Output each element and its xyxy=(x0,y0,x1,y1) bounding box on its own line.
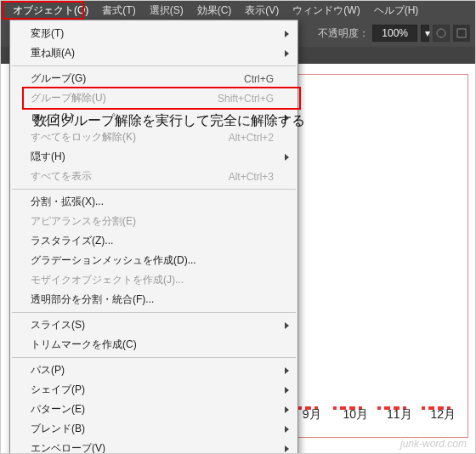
menu-separator xyxy=(12,312,296,313)
menu-item: すべてをロック解除(K)Alt+Ctrl+2 xyxy=(10,128,298,147)
style-swatch-icon[interactable] xyxy=(433,25,450,42)
menubar-item[interactable]: ウィンドウ(W) xyxy=(286,2,366,20)
menu-item-label: トリムマークを作成(C) xyxy=(31,338,137,352)
menubar: オブジェクト(O)書式(T)選択(S)効果(C)表示(V)ウィンドウ(W)ヘルプ… xyxy=(1,1,475,20)
menu-item-shortcut: Alt+Ctrl+2 xyxy=(229,132,274,144)
menubar-item[interactable]: 書式(T) xyxy=(95,2,142,20)
menu-item: アピアランスを分割(E) xyxy=(10,212,298,231)
menu-item-label: 透明部分を分割・統合(F)... xyxy=(31,292,154,307)
menu-item-label: 変形(T) xyxy=(31,26,64,41)
menu-item-label: エンベロープ(V) xyxy=(31,441,105,454)
menu-separator xyxy=(12,357,296,358)
menu-item[interactable]: ブレンド(B) xyxy=(10,419,298,439)
menu-item-label: すべてを表示 xyxy=(31,169,92,184)
x-axis-label: 12月 xyxy=(422,407,466,423)
svg-rect-1 xyxy=(457,29,466,37)
menu-item-shortcut: Ctrl+G xyxy=(244,73,274,85)
menu-item: グループ解除(U)Shift+Ctrl+G xyxy=(10,88,298,108)
menu-item[interactable]: グループ(G)Ctrl+G xyxy=(10,69,298,88)
opacity-label: 不透明度： xyxy=(318,26,369,41)
panel-toggle-icon[interactable] xyxy=(453,25,470,42)
bar-chart xyxy=(290,154,465,409)
menu-item-label: グループ(G) xyxy=(31,71,86,86)
menu-item[interactable]: パス(P) xyxy=(10,360,298,380)
menu-item-label: ラスタライズ(Z)... xyxy=(31,234,113,248)
menu-item[interactable]: エンベロープ(V) xyxy=(10,439,298,454)
menu-item[interactable]: グラデーションメッシュを作成(D)... xyxy=(10,251,298,270)
menubar-item[interactable]: オブジェクト(O) xyxy=(6,2,95,20)
x-axis-labels: 9月10月11月12月 xyxy=(290,407,465,423)
menu-item-label: パターン(E) xyxy=(31,402,85,417)
menubar-item[interactable]: 選択(S) xyxy=(143,2,190,20)
menubar-item[interactable]: 表示(V) xyxy=(238,2,286,20)
menubar-item[interactable]: 効果(C) xyxy=(190,2,239,20)
menu-separator xyxy=(12,65,296,66)
menu-item: モザイクオブジェクトを作成(J)... xyxy=(10,270,298,290)
svg-point-0 xyxy=(437,29,445,37)
menu-item[interactable]: ラスタライズ(Z)... xyxy=(10,231,298,251)
menu-item-label: 重ね順(A) xyxy=(31,46,75,60)
menu-item-shortcut: Shift+Ctrl+G xyxy=(218,93,274,105)
menu-item-label: アピアランスを分割(E) xyxy=(31,214,136,229)
menu-item: すべてを表示Alt+Ctrl+3 xyxy=(10,167,298,186)
annotation-text: 数回グループ解除を実行して完全に解除する xyxy=(33,112,305,130)
menu-item-label: 分割・拡張(X)... xyxy=(31,195,104,209)
menu-item-label: スライス(S) xyxy=(31,318,85,332)
menu-item-label: モザイクオブジェクトを作成(J)... xyxy=(31,273,184,287)
menu-separator xyxy=(12,189,296,190)
menu-item-label: パス(P) xyxy=(31,363,65,377)
menu-item-label: シェイプ(P) xyxy=(31,383,85,397)
menu-item[interactable]: 隠す(H) xyxy=(10,147,298,167)
menu-item-label: グラデーションメッシュを作成(D)... xyxy=(31,253,196,268)
menu-item-label: ブレンド(B) xyxy=(31,422,85,436)
menu-item-label: 隠す(H) xyxy=(31,150,65,164)
menu-item[interactable]: 重ね順(A) xyxy=(10,43,298,63)
menu-item-shortcut: Alt+Ctrl+3 xyxy=(229,171,274,183)
opacity-field[interactable]: 100% xyxy=(372,25,417,42)
menu-item-label: グループ解除(U) xyxy=(31,91,106,105)
x-axis-label: 10月 xyxy=(334,407,378,423)
menubar-item[interactable]: ヘルプ(H) xyxy=(367,2,426,20)
menu-item[interactable]: スライス(S) xyxy=(10,315,298,335)
watermark: junk-word.com xyxy=(400,438,467,450)
object-menu-dropdown: 変形(T)重ね順(A)グループ(G)Ctrl+Gグループ解除(U)Shift+C… xyxy=(9,20,298,454)
menu-item[interactable]: 変形(T) xyxy=(10,24,298,43)
opacity-dropdown[interactable]: ▾ xyxy=(421,25,429,42)
menu-item[interactable]: シェイプ(P) xyxy=(10,380,298,400)
menu-item[interactable]: パターン(E) xyxy=(10,400,298,419)
menu-item-label: すべてをロック解除(K) xyxy=(31,130,136,145)
x-axis-label: 11月 xyxy=(377,407,422,423)
menu-item[interactable]: 分割・拡張(X)... xyxy=(10,192,298,212)
menu-item[interactable]: 透明部分を分割・統合(F)... xyxy=(10,290,298,309)
menu-item[interactable]: トリムマークを作成(C) xyxy=(10,335,298,355)
